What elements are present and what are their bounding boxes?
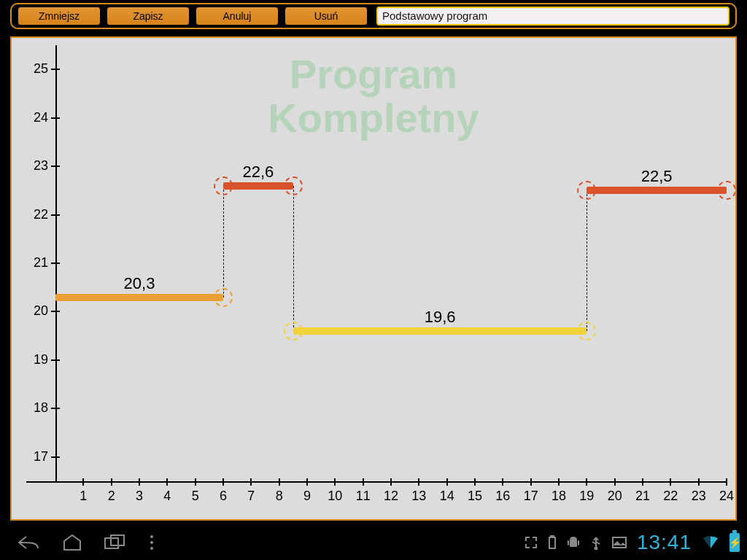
y-tick-label: 25 bbox=[23, 61, 48, 77]
x-tick bbox=[306, 478, 308, 486]
home-icon[interactable] bbox=[61, 534, 83, 551]
program-name-input[interactable]: Podstawowy program bbox=[376, 7, 729, 26]
watermark-line2: Kompletny bbox=[268, 95, 479, 141]
svg-rect-8 bbox=[568, 540, 569, 545]
y-tick-label: 23 bbox=[23, 158, 48, 174]
battery-charging-icon: ⚡ bbox=[729, 533, 740, 552]
x-tick-label: 4 bbox=[156, 489, 178, 504]
x-tick bbox=[530, 478, 532, 486]
x-tick bbox=[222, 478, 224, 486]
svg-rect-5 bbox=[549, 537, 555, 548]
android-navbar: 13:41 ⚡ bbox=[0, 525, 747, 560]
watermark: Program Kompletny bbox=[12, 52, 735, 140]
cancel-button[interactable]: Anuluj bbox=[196, 7, 279, 26]
x-tick-label: 10 bbox=[324, 489, 346, 504]
segment-handle[interactable] bbox=[717, 181, 736, 200]
segment-handle[interactable] bbox=[577, 322, 596, 341]
x-tick bbox=[334, 478, 336, 486]
x-tick bbox=[670, 478, 671, 486]
wifi-icon bbox=[702, 535, 719, 550]
usb-icon bbox=[590, 535, 602, 550]
segment-handle[interactable] bbox=[284, 176, 303, 195]
y-tick-label: 24 bbox=[23, 110, 48, 125]
x-tick-label: 1 bbox=[72, 489, 94, 504]
x-tick bbox=[502, 478, 503, 486]
x-axis bbox=[26, 481, 727, 483]
y-tick bbox=[51, 408, 60, 409]
svg-point-10 bbox=[595, 548, 597, 550]
y-tick bbox=[51, 311, 60, 312]
x-tick bbox=[726, 478, 727, 486]
menu-icon[interactable] bbox=[149, 534, 155, 551]
picture-icon bbox=[612, 537, 627, 548]
x-tick bbox=[139, 478, 140, 486]
x-tick-label: 19 bbox=[576, 489, 597, 504]
segment-handle[interactable] bbox=[284, 322, 303, 341]
x-tick-label: 5 bbox=[185, 489, 206, 504]
x-tick-label: 20 bbox=[604, 489, 626, 504]
battery-icon bbox=[548, 535, 557, 550]
svg-rect-7 bbox=[570, 540, 577, 547]
y-tick-label: 19 bbox=[23, 352, 48, 368]
segment-handle[interactable] bbox=[214, 288, 233, 307]
schedule-segment[interactable] bbox=[223, 182, 293, 190]
schedule-segment[interactable] bbox=[55, 294, 223, 301]
segment-connector bbox=[293, 186, 294, 331]
schedule-segment[interactable] bbox=[293, 327, 587, 335]
x-tick bbox=[363, 478, 364, 486]
x-tick bbox=[250, 478, 252, 486]
y-tick-label: 18 bbox=[23, 400, 48, 416]
segment-handle[interactable] bbox=[214, 176, 233, 195]
chart-panel: Program Kompletny 1718192021222324251234… bbox=[10, 36, 737, 521]
x-tick bbox=[195, 478, 196, 486]
x-tick-label: 8 bbox=[268, 489, 290, 504]
x-tick-label: 9 bbox=[296, 489, 318, 504]
recents-icon[interactable] bbox=[104, 534, 128, 551]
expand-icon[interactable] bbox=[525, 536, 538, 549]
clock: 13:41 bbox=[637, 531, 692, 554]
schedule-segment[interactable] bbox=[587, 187, 727, 194]
x-tick bbox=[166, 478, 168, 486]
svg-point-3 bbox=[150, 541, 153, 544]
svg-point-4 bbox=[150, 547, 153, 550]
x-tick-label: 6 bbox=[212, 489, 234, 504]
x-tick-label: 24 bbox=[716, 489, 738, 504]
reduce-button[interactable]: Zmniejsz bbox=[18, 7, 101, 26]
y-tick bbox=[51, 359, 60, 361]
save-button[interactable]: Zapisz bbox=[107, 7, 190, 26]
segment-handle[interactable] bbox=[577, 181, 596, 200]
delete-button[interactable]: Usuń bbox=[285, 7, 368, 26]
segment-value-label: 22,5 bbox=[641, 167, 673, 186]
x-tick-label: 2 bbox=[101, 489, 123, 504]
x-tick-label: 16 bbox=[492, 489, 514, 504]
x-tick-label: 13 bbox=[408, 489, 430, 504]
x-tick bbox=[698, 478, 700, 486]
x-tick-label: 12 bbox=[380, 489, 402, 504]
android-icon bbox=[567, 535, 580, 550]
x-tick-label: 15 bbox=[464, 489, 486, 504]
x-tick bbox=[642, 478, 643, 486]
svg-rect-11 bbox=[613, 537, 626, 548]
x-tick bbox=[446, 478, 448, 486]
y-tick bbox=[51, 117, 60, 119]
chart-area[interactable]: Program Kompletny 1718192021222324251234… bbox=[12, 38, 735, 519]
x-tick-label: 18 bbox=[548, 489, 570, 504]
x-tick bbox=[111, 478, 112, 486]
x-tick-label: 21 bbox=[632, 489, 654, 504]
toolbar: Zmniejsz Zapisz Anuluj Usuń Podstawowy p… bbox=[10, 3, 737, 29]
svg-rect-6 bbox=[551, 536, 554, 537]
segment-value-label: 19,6 bbox=[425, 308, 456, 327]
y-tick bbox=[51, 214, 60, 216]
x-tick bbox=[474, 478, 476, 486]
segment-connector bbox=[587, 190, 587, 331]
y-tick-label: 17 bbox=[23, 449, 48, 464]
x-tick-label: 7 bbox=[240, 489, 262, 504]
x-tick bbox=[614, 478, 616, 486]
x-tick-label: 11 bbox=[352, 489, 374, 504]
x-tick-label: 14 bbox=[436, 489, 458, 504]
y-tick bbox=[51, 262, 60, 264]
y-tick-label: 20 bbox=[23, 303, 48, 319]
svg-rect-9 bbox=[578, 540, 579, 545]
back-icon[interactable] bbox=[16, 534, 41, 551]
y-tick-label: 22 bbox=[23, 207, 48, 222]
